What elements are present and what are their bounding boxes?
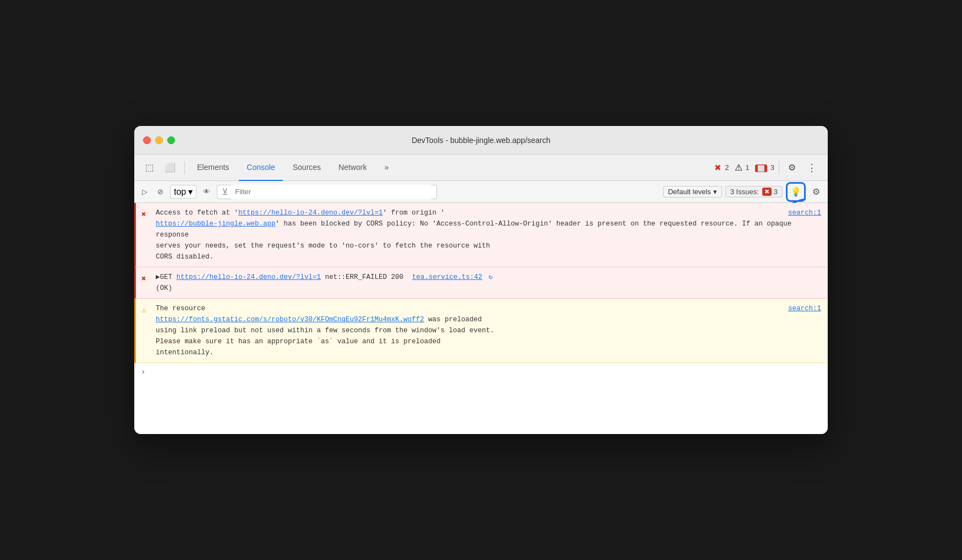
eye-icon-button[interactable]: 👁 [200,186,214,197]
titlebar: DevTools - bubble-jingle.web.app/search [134,126,828,155]
minimize-button[interactable] [155,136,163,144]
error-icon-1: ✖ [141,208,146,221]
chevron-down-icon: ▾ [188,186,193,197]
console-error-cors: ✖ Access to fetch at 'https://hello-io-2… [134,203,828,267]
tab-elements[interactable]: Elements [189,155,237,181]
top-label: top [174,187,186,197]
warning-icon: ⚠ [735,162,742,173]
console-content: ✖ Access to fetch at 'https://hello-io-2… [134,203,828,434]
sidebar-toggle-button[interactable]: ▷ [139,186,151,197]
issues-error-icon: ✖ [762,188,772,196]
clear-console-button[interactable]: ⊘ [154,186,167,197]
tab-more[interactable]: » [376,155,396,181]
console-error-get: ✖ ▶GET https://hello-io-24.deno.dev/?lvl… [134,267,828,299]
warning-icon-1: ⚠ [141,304,146,316]
error2-source-link[interactable]: tea.service.ts:42 [412,273,483,281]
filter-input[interactable] [231,185,432,199]
issues-icon: ⬜ [755,163,767,173]
error-icon: ✖ [714,163,721,173]
error1-text-before: Access to fetch at ' [156,209,238,217]
ellipsis-icon: ⋮ [807,162,817,174]
error1-url1-link[interactable]: https://hello-io-24.deno.dev/?lvl=1 [238,209,383,217]
error2-suffix: net::ERR_FAILED 200 [321,273,403,281]
tab-network[interactable]: Network [331,155,374,181]
console-warning-preload: ⚠ The resource search:1 https://fonts.gs… [134,299,828,363]
gear-icon: ⚙ [788,162,796,173]
refresh-icon[interactable]: ↻ [489,273,493,281]
warning1-url-link[interactable]: https://fonts.gstatic.com/s/roboto/v30/K… [156,316,424,323]
separator2 [779,161,779,174]
error-icon-2: ✖ [141,273,146,285]
device-icon: ⬜ [165,162,176,173]
error2-ok: (OK) [156,284,172,292]
console-toolbar: ▷ ⊘ top ▾ 👁 ⊻ Default levels ▾ 3 Issues:… [134,181,828,203]
window-title: DevTools - bubble-jingle.web.app/search [412,136,550,145]
filter-container: ⊻ [217,185,437,199]
lightbulb-button[interactable]: 💡 [788,184,804,200]
cursor-icon: ⬚ [145,162,154,173]
default-levels-button[interactable]: Default levels ▾ [663,186,722,197]
settings-button[interactable]: ⚙ [784,160,800,175]
warning1-text-before: The resource [156,305,205,312]
devtools-window: DevTools - bubble-jingle.web.app/search … [134,126,828,434]
error1-url2-link[interactable]: https://bubble-jingle.web.app [156,220,276,228]
sidebar-icon: ▷ [142,188,147,196]
console-input-row: › [134,363,828,381]
lightbulb-icon: 💡 [790,186,801,197]
eye-icon: 👁 [203,188,210,196]
chevron-down-icon2: ▾ [713,188,717,196]
no-entry-icon: ⊘ [157,188,163,196]
console-gear-icon: ⚙ [812,186,820,197]
error-count: 2 [725,163,729,172]
error2-url-link[interactable]: https://hello-io-24.deno.dev/?lvl=1 [177,273,321,281]
lightbulb-highlight-container: 💡 [786,182,806,202]
issues-badge[interactable]: 3 Issues: ✖ 3 [725,186,783,197]
device-toolbar-button[interactable]: ⬜ [160,160,180,175]
top-selector[interactable]: top ▾ [170,185,196,199]
more-options-button[interactable]: ⋮ [802,160,821,176]
tab-console[interactable]: Console [239,155,282,181]
lightbulb-highlight-box: 💡 [786,182,806,202]
tab-sources[interactable]: Sources [285,155,329,181]
inspect-element-button[interactable]: ⬚ [141,160,158,175]
error2-prefix: ▶GET [156,273,177,281]
separator [184,161,185,174]
error1-text-from: ' from origin ' [383,209,445,217]
warning-count: 1 [746,163,750,172]
main-toolbar: ⬚ ⬜ Elements Console Sources Network » ✖… [134,155,828,181]
traffic-lights [143,136,175,144]
prompt-chevron[interactable]: › [141,367,145,376]
filter-icon: ⊻ [222,186,228,197]
console-settings-button[interactable]: ⚙ [809,185,823,199]
warning1-source-link[interactable]: search:1 [788,303,821,314]
maximize-button[interactable] [167,136,175,144]
close-button[interactable] [143,136,151,144]
error1-source-link[interactable]: search:1 [788,207,821,218]
issues-count: 3 [770,163,774,172]
